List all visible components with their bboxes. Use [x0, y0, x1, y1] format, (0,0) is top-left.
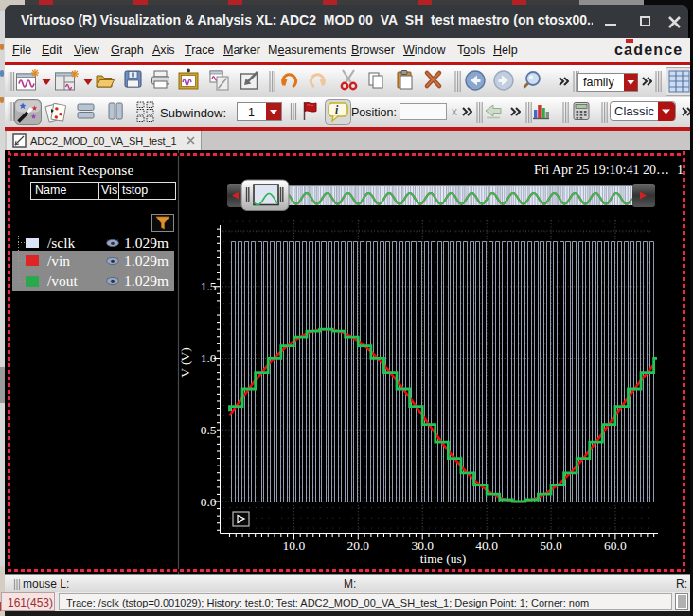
svg-text:10.0: 10.0	[283, 538, 306, 553]
svg-text:30.0: 30.0	[411, 538, 434, 553]
svg-text:0.5: 0.5	[201, 423, 217, 437]
svg-text:V (V): V (V)	[178, 347, 192, 378]
svg-text:0.0: 0.0	[201, 495, 217, 509]
svg-text:1.5: 1.5	[201, 279, 217, 293]
svg-text:40.0: 40.0	[475, 538, 498, 553]
svg-text:20.0: 20.0	[346, 538, 369, 553]
svg-text:Transient Response: Transient Response	[19, 162, 133, 178]
svg-text:Fri Apr 25 19:10:41 20…: Fri Apr 25 19:10:41 20…	[534, 163, 669, 177]
svg-text:Classic: Classic	[614, 104, 654, 118]
svg-text:1: 1	[248, 106, 255, 119]
svg-text:1.0: 1.0	[201, 351, 217, 365]
svg-text:50.0: 50.0	[540, 538, 562, 553]
svg-text:time (us): time (us)	[420, 552, 466, 566]
svg-text:family: family	[583, 76, 614, 89]
svg-text:60.0: 60.0	[604, 538, 627, 553]
